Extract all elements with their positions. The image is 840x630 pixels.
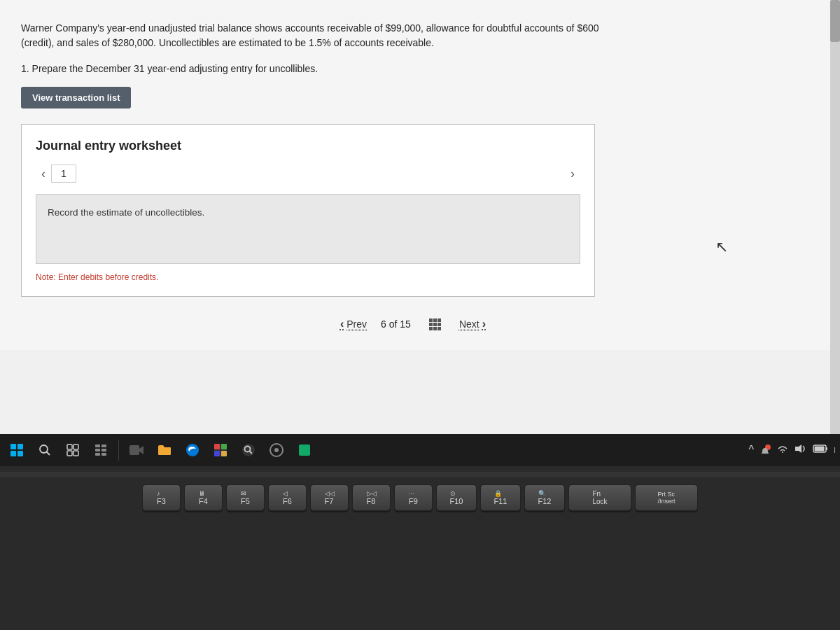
photos-button[interactable] — [208, 438, 233, 463]
journal-title: Journal entry worksheet — [36, 139, 580, 153]
windows-logo — [10, 444, 23, 456]
svg-rect-9 — [102, 449, 106, 451]
svg-rect-12 — [130, 445, 139, 455]
search-icon — [38, 444, 51, 456]
scrollbar[interactable] — [830, 0, 840, 434]
key-f6[interactable]: ◁F6 — [268, 484, 307, 511]
clock-placeholder: I — [834, 446, 836, 454]
keyboard-area: ♪F3 🖥F4 ✉F5 ◁F6 ◁◁F7 ▷◁F8 ···F9 ⊙F10 — [35, 477, 805, 522]
page-info: 6 of 15 — [381, 318, 411, 330]
key-f5[interactable]: ✉F5 — [226, 484, 265, 511]
search2-button[interactable] — [236, 438, 261, 463]
journal-entry-worksheet: Journal entry worksheet ‹ 1 › Record the… — [21, 124, 595, 297]
volume-icon[interactable] — [794, 443, 807, 457]
search-taskbar-button[interactable] — [32, 438, 57, 463]
win-cell-tr — [18, 444, 23, 449]
svg-rect-3 — [74, 444, 78, 449]
battery-icon-svg — [813, 444, 828, 454]
laptop-body: ♪F3 🖥F4 ✉F5 ◁F6 ◁◁F7 ▷◁F8 ···F9 ⊙F10 — [0, 466, 840, 630]
edge-browser-button[interactable] — [180, 438, 205, 463]
grid-cell-8 — [433, 327, 437, 330]
key-f10[interactable]: ⊙F10 — [436, 484, 477, 511]
grid-icon[interactable] — [429, 318, 441, 330]
svg-rect-11 — [102, 453, 106, 456]
svg-line-1 — [47, 452, 50, 456]
circle-app-button[interactable] — [264, 438, 289, 463]
svg-rect-7 — [102, 444, 106, 447]
battery-icon[interactable] — [813, 444, 828, 456]
key-f9[interactable]: ···F9 — [394, 484, 433, 511]
record-area: Record the estimate of uncollectibles. — [36, 194, 580, 264]
start-button[interactable] — [4, 438, 29, 463]
problem-line2: (credit), and sales of $280,000. Uncolle… — [21, 37, 434, 48]
svg-rect-5 — [74, 451, 78, 456]
svg-point-14 — [186, 444, 199, 456]
svg-marker-13 — [139, 446, 144, 454]
screen: ↖ Warner Company's year-end unadjusted t… — [0, 0, 840, 434]
svg-rect-17 — [221, 444, 227, 449]
photos-icon — [214, 443, 227, 457]
key-f3[interactable]: ♪F3 — [142, 484, 181, 511]
square-app-button[interactable] — [292, 438, 317, 463]
key-prt-sc[interactable]: Prt Sc/Insert — [635, 484, 698, 511]
widgets-button[interactable] — [88, 438, 113, 463]
win-cell-br — [18, 451, 23, 456]
question-label: 1. Prepare the December 31 year-end adju… — [21, 63, 805, 74]
next-label: Next — [459, 318, 479, 330]
next-button[interactable]: Next — [459, 318, 486, 330]
prev-label: Prev — [346, 318, 367, 330]
file-explorer-button[interactable] — [152, 438, 177, 463]
win-cell-bl — [10, 451, 16, 456]
search2-icon — [241, 443, 255, 457]
page-info-text: 6 of 15 — [381, 318, 411, 330]
grid-cell-9 — [438, 327, 441, 330]
circle-icon — [270, 443, 284, 457]
system-tray: ^ — [748, 443, 836, 457]
task-view-icon — [66, 444, 79, 456]
page-number-box: 1 — [51, 164, 76, 183]
video-app-button[interactable] — [124, 438, 149, 463]
key-f11[interactable]: 🔒F11 — [480, 484, 521, 511]
key-f8[interactable]: ▷◁F8 — [352, 484, 391, 511]
svg-rect-8 — [95, 449, 100, 451]
grid-cell-7 — [429, 327, 433, 330]
view-transaction-button[interactable]: View transaction list — [21, 87, 131, 108]
chevron-up-icon[interactable]: ^ — [748, 444, 754, 456]
record-instruction: Record the estimate of uncollectibles. — [48, 207, 568, 218]
notification-icon[interactable] — [760, 444, 771, 456]
grid-cell-2 — [433, 318, 437, 322]
scrollbar-thumb[interactable] — [830, 0, 840, 42]
prev-page-arrow[interactable]: ‹ — [36, 165, 51, 183]
problem-text: Warner Company's year-end unadjusted tri… — [21, 21, 756, 50]
note-text: Note: Enter debits before credits. — [36, 272, 580, 282]
next-page-arrow[interactable]: › — [565, 165, 580, 183]
key-f7[interactable]: ◁◁F7 — [310, 484, 349, 511]
svg-point-0 — [40, 445, 48, 453]
svg-rect-18 — [214, 451, 220, 456]
volume-icon-svg — [794, 443, 807, 454]
square-icon — [298, 443, 312, 457]
svg-rect-30 — [814, 447, 824, 451]
key-fn-lock[interactable]: FnLock — [568, 484, 631, 511]
svg-point-24 — [274, 448, 279, 452]
bezel-top — [0, 472, 840, 477]
grid-cell-4 — [429, 323, 433, 326]
wifi-icon-svg — [776, 444, 789, 454]
wifi-icon[interactable] — [776, 444, 789, 456]
svg-rect-19 — [221, 451, 227, 456]
pagination-row: Prev 6 of 15 Next — [21, 309, 805, 336]
svg-rect-4 — [67, 451, 72, 456]
problem-line1: Warner Company's year-end unadjusted tri… — [21, 22, 599, 34]
key-f12[interactable]: 🔍F12 — [524, 484, 565, 511]
question-text: 1. Prepare the December 31 year-end adju… — [21, 63, 318, 74]
video-icon — [129, 444, 144, 456]
edge-icon — [186, 443, 200, 457]
task-view-button[interactable] — [60, 438, 85, 463]
prev-button[interactable]: Prev — [340, 318, 367, 330]
taskbar: ^ — [0, 434, 840, 466]
journal-nav-row: ‹ 1 › — [36, 164, 580, 183]
key-f4[interactable]: 🖥F4 — [184, 484, 223, 511]
widgets-icon — [94, 444, 107, 456]
taskbar-separator-1 — [118, 440, 119, 461]
svg-rect-25 — [299, 444, 310, 456]
